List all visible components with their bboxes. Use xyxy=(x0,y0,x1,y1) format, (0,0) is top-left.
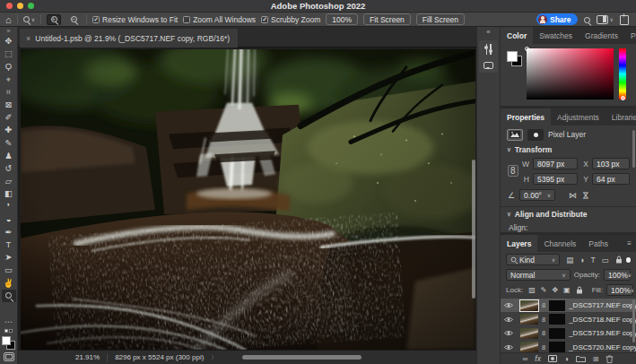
layer-name[interactable]: _DSC5720.NEF copy xyxy=(569,343,636,351)
search-icon[interactable] xyxy=(584,17,590,23)
layer-name[interactable]: _DSC5719.NEF copy xyxy=(569,329,636,337)
blur-tool[interactable]: ❜ xyxy=(2,200,16,212)
zoom-in-button[interactable]: + xyxy=(47,14,61,25)
share-button[interactable]: Share xyxy=(536,13,578,25)
mask-properties-icon[interactable] xyxy=(527,129,544,141)
eyedropper-tool[interactable]: ✐ xyxy=(2,111,16,124)
gradient-tool[interactable]: ◧ xyxy=(2,187,16,200)
new-layer-icon[interactable]: ⊞ xyxy=(593,355,599,363)
blend-mode-dropdown[interactable]: Normal ∨ xyxy=(506,269,571,281)
add-mask-icon[interactable] xyxy=(548,355,557,362)
layer-style-fx-icon[interactable]: fx xyxy=(535,354,541,363)
y-field[interactable]: 64 px xyxy=(592,173,630,185)
toolbar-collapse-icon[interactable]: » xyxy=(7,27,11,35)
marquee-tool[interactable]: ⬚ xyxy=(2,48,16,60)
layer-mask-thumbnail[interactable] xyxy=(549,342,565,352)
tab-gradients[interactable]: Gradients xyxy=(579,27,624,44)
saturation-brightness-field[interactable] xyxy=(527,48,614,100)
align-section-header[interactable]: ∨ Align and Distribute xyxy=(501,207,636,221)
flip-horizontal-icon[interactable]: ⋈ xyxy=(569,191,577,200)
type-tool[interactable]: T xyxy=(2,238,16,251)
path-selection-tool[interactable]: ➤ xyxy=(2,251,16,264)
frame-tool[interactable]: ⊠ xyxy=(2,99,16,111)
move-tool[interactable]: ✥ xyxy=(2,35,16,48)
layer-mask-thumbnail[interactable] xyxy=(549,328,565,339)
resize-windows-checkbox[interactable]: ✓ Resize Windows to Fit xyxy=(92,15,178,24)
color-swatches-control[interactable] xyxy=(2,336,15,350)
layer-thumbnail[interactable] xyxy=(520,300,538,311)
fit-screen-button[interactable]: Fit Screen xyxy=(363,13,411,25)
object-selection-tool[interactable]: ⌖ xyxy=(2,74,16,86)
tab-layers[interactable]: Layers xyxy=(501,235,537,252)
default-colors-control[interactable] xyxy=(4,327,13,334)
layer-mask-thumbnail[interactable] xyxy=(549,314,565,325)
status-zoom-level[interactable]: 21.91% xyxy=(75,353,100,361)
filter-type-layers-icon[interactable]: T xyxy=(590,256,595,264)
layer-thumbnail[interactable] xyxy=(520,328,538,339)
export-share-icon[interactable] xyxy=(620,15,629,25)
layer-row[interactable]: 8 _DSC5718.NEF copy xyxy=(501,313,636,326)
mask-link-icon[interactable]: 8 xyxy=(542,329,545,337)
transform-section-header[interactable]: ∨ Transform xyxy=(501,143,636,157)
status-chevron-icon[interactable]: 〉 xyxy=(211,353,217,362)
height-field[interactable]: 5395 px xyxy=(533,173,578,185)
layer-thumbnail[interactable] xyxy=(520,314,538,325)
panel-color-swatches[interactable] xyxy=(507,51,522,66)
rotation-field[interactable]: 0.00° ∨ xyxy=(519,189,555,201)
foreground-color-swatch[interactable] xyxy=(2,336,11,345)
tab-libraries[interactable]: Libraries xyxy=(606,108,636,126)
lock-image-icon[interactable]: ✎ xyxy=(541,286,547,294)
panel-menu-icon[interactable]: ≡ xyxy=(627,239,636,247)
x-field[interactable]: 103 px xyxy=(592,158,630,169)
healing-brush-tool[interactable]: ✚ xyxy=(2,124,16,136)
pixel-layer-icon[interactable] xyxy=(507,129,523,141)
document-viewport[interactable] xyxy=(18,48,476,350)
mask-link-icon[interactable]: 8 xyxy=(542,301,545,309)
document-tab[interactable]: × Untitled-1.psb @ 21.9% (_DSC5717.NEF c… xyxy=(20,29,238,48)
zoom-out-button[interactable]: − xyxy=(66,14,81,25)
filter-shape-layers-icon[interactable]: ▭ xyxy=(602,256,609,264)
filter-pixel-layers-icon[interactable]: ▤ xyxy=(566,256,573,264)
tab-properties[interactable]: Properties xyxy=(501,108,551,126)
lock-position-icon[interactable]: ✥ xyxy=(552,286,558,294)
opacity-field[interactable]: 100% ∨ xyxy=(604,269,631,281)
vertical-scrollbar[interactable] xyxy=(472,160,475,299)
filter-toggle[interactable] xyxy=(626,257,631,263)
tab-swatches[interactable]: Swatches xyxy=(533,27,579,44)
flip-vertical-icon[interactable]: ⋈ xyxy=(581,191,590,199)
foreground-color-swatch[interactable] xyxy=(507,51,518,62)
adjustment-layer-icon[interactable]: ◑ xyxy=(564,355,569,363)
tab-channels[interactable]: Channels xyxy=(537,235,582,252)
tab-paths[interactable]: Paths xyxy=(582,235,614,252)
lock-artboard-icon[interactable]: ▣ xyxy=(563,286,571,294)
zoom-100-button[interactable]: 100% xyxy=(326,13,358,25)
home-icon[interactable]: ⌂ xyxy=(5,14,12,25)
hue-slider[interactable] xyxy=(619,48,626,100)
hand-tool[interactable]: ✌ xyxy=(2,277,16,290)
layer-row[interactable]: 8 _DSC5717.NEF copy xyxy=(501,299,636,312)
pen-tool[interactable]: ✒ xyxy=(2,226,16,238)
layer-thumbnail[interactable] xyxy=(520,342,538,352)
hue-slider-marker[interactable] xyxy=(621,96,625,100)
zoom-tool[interactable] xyxy=(2,290,16,302)
layers-scrollbar[interactable] xyxy=(632,299,635,342)
layer-row[interactable]: 8 _DSC5719.NEF copy xyxy=(501,326,636,340)
color-picker-marker[interactable] xyxy=(525,47,529,51)
shape-tool[interactable]: ▭ xyxy=(2,264,16,276)
workspace-switcher[interactable]: ∨ xyxy=(597,15,614,24)
properties-scrollbar[interactable] xyxy=(632,130,635,168)
lasso-tool[interactable]: Ϙ xyxy=(2,60,16,73)
filter-adjustment-layers-icon[interactable]: ◑ xyxy=(579,256,584,264)
layer-mask-thumbnail[interactable] xyxy=(549,300,565,311)
close-tab-icon[interactable]: × xyxy=(26,34,30,43)
visibility-eye-icon[interactable] xyxy=(504,316,513,323)
lock-transparent-icon[interactable]: ▨ xyxy=(528,286,536,294)
eraser-tool[interactable]: ▱ xyxy=(2,175,16,187)
width-field[interactable]: 8097 px xyxy=(533,158,578,169)
tab-color[interactable]: Color xyxy=(501,27,533,44)
history-brush-tool[interactable]: ↺ xyxy=(2,162,16,175)
dock-collapse-icon[interactable]: « xyxy=(486,27,490,37)
clone-stamp-tool[interactable]: ♟ xyxy=(2,150,16,162)
link-layers-icon[interactable]: ∞ xyxy=(523,355,528,363)
dodge-tool[interactable]: ◒ xyxy=(2,213,16,226)
